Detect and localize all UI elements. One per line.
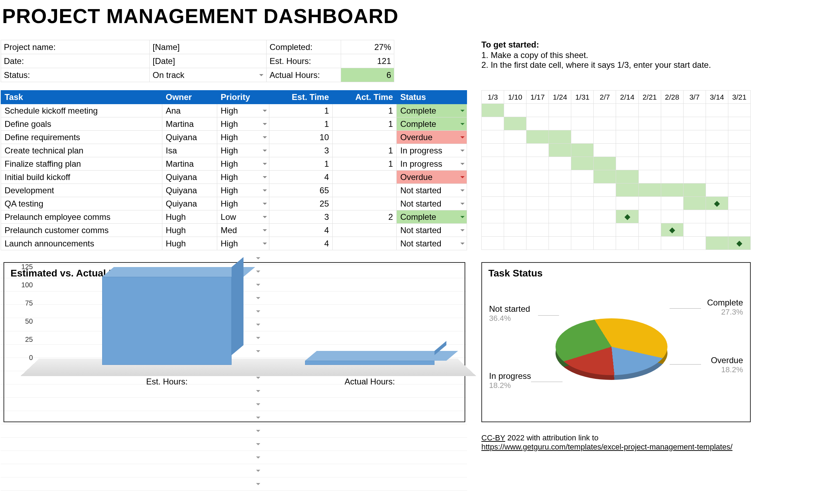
priority-cell[interactable]: High [217,237,269,250]
owner-cell[interactable]: Martina [162,157,217,171]
gantt-cell[interactable] [683,223,706,237]
gantt-cell[interactable] [504,117,526,130]
gantt-cell[interactable] [482,144,504,157]
owner-cell[interactable]: Quiyana [162,197,217,210]
gantt-cell[interactable] [526,237,549,250]
est-cell[interactable]: 3 [269,210,333,224]
task-cell[interactable]: Prelaunch employee comms [1,210,162,224]
est-cell[interactable]: 25 [269,197,333,210]
gantt-cell[interactable] [616,237,638,250]
gantt-date-header[interactable]: 2/28 [661,91,683,104]
meta-value[interactable]: [Name] [150,40,267,54]
gantt-date-header[interactable]: 3/14 [706,91,728,104]
gantt-cell[interactable] [661,157,683,170]
gantt-cell[interactable] [661,210,683,223]
gantt-cell[interactable] [594,117,616,130]
gantt-cell[interactable] [683,210,706,223]
gantt-cell[interactable] [594,237,616,250]
owner-cell[interactable]: Hugh [162,210,217,224]
gantt-cell[interactable] [526,170,549,183]
act-cell[interactable]: 2 [333,210,397,224]
gantt-cell[interactable] [616,117,638,130]
gantt-cell[interactable] [526,210,549,223]
tasks-header[interactable]: Owner [162,91,217,104]
gantt-date-header[interactable]: 2/7 [594,91,616,104]
gantt-date-header[interactable]: 3/7 [683,91,706,104]
gantt-cell[interactable] [683,130,706,144]
gantt-cell[interactable] [594,197,616,210]
est-cell[interactable]: 4 [269,171,333,184]
gantt-cell[interactable] [504,223,526,237]
gantt-cell[interactable] [638,183,661,197]
gantt-cell[interactable] [616,104,638,117]
meta-value[interactable]: On track [150,68,267,82]
gantt-cell[interactable] [638,170,661,183]
gantt-cell[interactable]: ◆ [661,223,683,237]
act-cell[interactable] [333,237,397,250]
gantt-cell[interactable] [526,130,549,144]
gantt-cell[interactable] [638,104,661,117]
gantt-cell[interactable] [706,223,728,237]
tasks-header[interactable]: Act. Time [333,91,397,104]
gantt-cell[interactable] [616,144,638,157]
gantt-cell[interactable] [728,157,750,170]
priority-cell[interactable]: High [217,131,269,144]
gantt-cell[interactable] [504,170,526,183]
gantt-cell[interactable] [638,197,661,210]
kpi-label[interactable]: Est. Hours: [267,54,341,68]
gantt-cell[interactable] [526,104,549,117]
status-cell[interactable]: Complete [397,117,467,131]
gantt-cell[interactable] [706,144,728,157]
kpi-label[interactable]: Actual Hours: [267,68,341,82]
gantt-cell[interactable] [638,210,661,223]
kpi-value[interactable]: 27% [341,40,394,54]
priority-cell[interactable]: High [217,117,269,131]
gantt-cell[interactable] [706,130,728,144]
gantt-cell[interactable] [549,223,571,237]
gantt-cell[interactable] [549,157,571,170]
gantt-cell[interactable] [504,144,526,157]
est-cell[interactable]: 10 [269,131,333,144]
gantt-cell[interactable] [683,197,706,210]
gantt-cell[interactable] [549,237,571,250]
gantt-date-header[interactable]: 1/10 [504,91,526,104]
owner-cell[interactable]: Quiyana [162,171,217,184]
gantt-cell[interactable] [706,104,728,117]
gantt-cell[interactable] [728,130,750,144]
owner-cell[interactable]: Quiyana [162,131,217,144]
task-cell[interactable]: Prelaunch customer comms [1,224,162,237]
gantt-cell[interactable] [526,183,549,197]
gantt-cell[interactable] [728,183,750,197]
est-cell[interactable]: 1 [269,157,333,171]
task-cell[interactable]: Initial build kickoff [1,171,162,184]
gantt-date-header[interactable]: 1/31 [571,91,594,104]
task-cell[interactable]: Schedule kickoff meeting [1,104,162,117]
gantt-cell[interactable] [661,130,683,144]
gantt-cell[interactable] [638,130,661,144]
task-cell[interactable]: Finalize staffing plan [1,157,162,171]
owner-cell[interactable]: Ana [162,104,217,117]
gantt-cell[interactable] [638,157,661,170]
attribution-link[interactable]: https://www.getguru.com/templates/excel-… [481,442,733,451]
gantt-cell[interactable] [616,183,638,197]
gantt-cell[interactable] [616,223,638,237]
gantt-cell[interactable] [504,157,526,170]
gantt-cell[interactable] [706,117,728,130]
gantt-cell[interactable] [728,104,750,117]
gantt-cell[interactable] [728,170,750,183]
gantt-cell[interactable] [549,130,571,144]
gantt-cell[interactable] [482,197,504,210]
gantt-cell[interactable] [638,223,661,237]
priority-cell[interactable]: High [217,171,269,184]
task-cell[interactable]: Create technical plan [1,144,162,157]
gantt-cell[interactable] [571,237,594,250]
status-cell[interactable]: In progress [397,144,467,157]
gantt-cell[interactable] [683,144,706,157]
gantt-cell[interactable] [482,210,504,223]
gantt-cell[interactable] [594,157,616,170]
owner-cell[interactable]: Hugh [162,237,217,250]
gantt-cell[interactable] [638,144,661,157]
act-cell[interactable]: 1 [333,157,397,171]
gantt-cell[interactable] [683,237,706,250]
gantt-cell[interactable] [482,183,504,197]
